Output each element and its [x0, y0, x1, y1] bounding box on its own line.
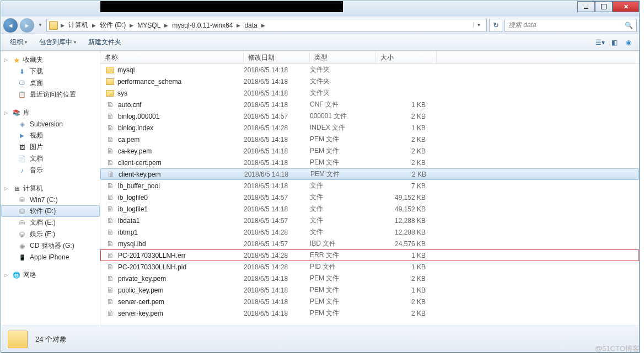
- file-row[interactable]: binlog.index2018/6/5 14:28INDEX 文件1 KB: [100, 122, 639, 134]
- sidebar-item-documents[interactable]: 文档: [1, 153, 100, 164]
- folder-icon: [106, 78, 114, 85]
- sidebar-item-pictures[interactable]: 图片: [1, 141, 100, 153]
- sidebar-head-computer[interactable]: ▷计算机: [1, 183, 100, 194]
- column-size[interactable]: 大小: [376, 51, 437, 63]
- file-row[interactable]: server-cert.pem2018/6/5 14:18PEM 文件2 KB: [100, 296, 639, 307]
- sidebar: ▷收藏夹 下载 桌面 最近访问的位置 ▷库 Subversion 视频 图片 文…: [1, 51, 100, 326]
- breadcrumb-item[interactable]: 计算机: [67, 20, 89, 30]
- maximize-button[interactable]: [595, 1, 613, 12]
- search-icon[interactable]: 🔍: [625, 22, 633, 29]
- file-name-cell: ca-key.pem: [100, 147, 244, 156]
- column-name[interactable]: 名称: [100, 51, 244, 63]
- history-dropdown[interactable]: ▼: [36, 23, 44, 28]
- sidebar-item-music[interactable]: 音乐: [1, 164, 100, 176]
- file-row[interactable]: ibdata12018/6/5 14:57文件12,288 KB: [100, 215, 639, 226]
- file-size: 1 KB: [376, 286, 437, 294]
- preview-pane-button[interactable]: ◧: [608, 37, 620, 48]
- sidebar-item-videos[interactable]: 视频: [1, 130, 100, 141]
- file-name-cell: binlog.index: [100, 124, 244, 132]
- file-row[interactable]: ibtmp12018/6/5 14:28文件12,288 KB: [100, 226, 639, 238]
- file-row[interactable]: ib_logfile12018/6/5 14:18文件49,152 KB: [100, 203, 639, 215]
- sidebar-favorites: ▷收藏夹 下载 桌面 最近访问的位置: [1, 54, 100, 100]
- file-name-cell: ca.pem: [100, 135, 244, 144]
- file-name: PC-20170330LLNH.pid: [118, 263, 186, 271]
- sidebar-item-iphone[interactable]: Apple iPhone: [1, 252, 100, 263]
- file-name-cell: binlog.000001: [100, 112, 244, 121]
- breadcrumb-item[interactable]: mysql-8.0.11-winx64: [171, 22, 234, 29]
- file-row[interactable]: auto.cnf2018/6/5 14:18CNF 文件1 KB: [100, 99, 639, 110]
- sidebar-head-libraries[interactable]: ▷库: [1, 107, 100, 119]
- sidebar-item-desktop[interactable]: 桌面: [1, 77, 100, 89]
- column-type[interactable]: 类型: [310, 51, 376, 63]
- file-row[interactable]: ca.pem2018/6/5 14:18PEM 文件2 KB: [100, 134, 639, 145]
- picture-icon: [18, 143, 26, 152]
- drive-icon: [18, 219, 26, 227]
- chevron-right-icon: ▶: [237, 23, 240, 28]
- chevron-right-icon: ▶: [130, 23, 133, 28]
- body: ▷收藏夹 下载 桌面 最近访问的位置 ▷库 Subversion 视频 图片 文…: [1, 51, 639, 326]
- forward-button[interactable]: ►: [20, 18, 34, 33]
- help-button[interactable]: ◉: [622, 37, 635, 48]
- file-size: 2 KB: [376, 310, 437, 317]
- breadcrumb-item[interactable]: MYSQL: [136, 22, 162, 29]
- breadcrumb-item[interactable]: 软件 (D:): [99, 20, 127, 30]
- minimize-button[interactable]: [577, 1, 595, 12]
- chevron-right-icon: ▶: [164, 23, 168, 28]
- file-name: mysql.ibd: [118, 240, 146, 248]
- file-row[interactable]: sys2018/6/5 14:18文件夹: [100, 87, 639, 99]
- file-row[interactable]: ib_logfile02018/6/5 14:57文件49,152 KB: [100, 192, 639, 203]
- view-options-button[interactable]: ☰▾: [594, 37, 606, 48]
- sidebar-item-downloads[interactable]: 下载: [1, 66, 100, 77]
- file-row[interactable]: mysql.ibd2018/6/5 14:57IBD 文件24,576 KB: [100, 238, 639, 249]
- file-size: 2 KB: [376, 113, 437, 120]
- sidebar-head-network[interactable]: ▷网络: [1, 269, 100, 281]
- file-type: 文件: [310, 181, 376, 190]
- sidebar-head-favorites[interactable]: ▷收藏夹: [1, 54, 100, 66]
- file-size: 12,288 KB: [376, 229, 437, 236]
- search-input[interactable]: 搜索 data 🔍: [505, 19, 637, 32]
- file-row[interactable]: PC-20170330LLNH.pid2018/6/5 14:28PID 文件1…: [100, 261, 639, 273]
- file-row[interactable]: private_key.pem2018/6/5 14:18PEM 文件2 KB: [100, 273, 639, 284]
- sidebar-item-drive-f[interactable]: 娱乐 (F:): [1, 229, 100, 240]
- file-row[interactable]: PC-20170330LLNH.err2018/6/5 14:28ERR 文件1…: [100, 249, 639, 261]
- file-row[interactable]: performance_schema2018/6/5 14:18文件夹: [100, 76, 639, 87]
- file-name-cell: performance_schema: [100, 78, 244, 86]
- file-row[interactable]: server-key.pem2018/6/5 14:18PEM 文件2 KB: [100, 307, 639, 319]
- breadcrumb[interactable]: ▶ 计算机 ▶ 软件 (D:) ▶ MYSQL ▶ mysql-8.0.11-w…: [46, 19, 487, 32]
- sidebar-item-cd-drive[interactable]: CD 驱动器 (G:): [1, 240, 100, 252]
- cd-icon: [18, 242, 26, 251]
- file-date: 2018/6/5 14:18: [244, 101, 310, 109]
- file-icon: [106, 205, 115, 214]
- sidebar-item-drive-d[interactable]: 软件 (D:): [1, 205, 100, 217]
- file-type: 000001 文件: [310, 111, 376, 121]
- file-row[interactable]: ib_buffer_pool2018/6/5 14:18文件7 KB: [100, 180, 639, 192]
- organize-button[interactable]: 组织: [6, 36, 31, 49]
- file-row[interactable]: binlog.0000012018/6/5 14:57000001 文件2 KB: [100, 110, 639, 122]
- sidebar-item-recent[interactable]: 最近访问的位置: [1, 89, 100, 100]
- file-name: ib_buffer_pool: [118, 182, 160, 190]
- file-name-cell: sys: [100, 89, 244, 97]
- network-icon: [12, 271, 21, 280]
- file-row[interactable]: ca-key.pem2018/6/5 14:18PEM 文件2 KB: [100, 145, 639, 157]
- file-name: ca-key.pem: [118, 147, 152, 155]
- sidebar-item-drive-e[interactable]: 文档 (E:): [1, 217, 100, 229]
- file-row[interactable]: client-key.pem2018/6/5 14:18PEM 文件2 KB: [100, 168, 639, 180]
- include-in-library-button[interactable]: 包含到库中: [35, 36, 80, 49]
- file-name: ca.pem: [118, 136, 139, 144]
- file-row[interactable]: mysql2018/6/5 14:18文件夹: [100, 64, 639, 76]
- file-row[interactable]: public_key.pem2018/6/5 14:18PEM 文件1 KB: [100, 284, 639, 296]
- back-button[interactable]: ◄: [3, 18, 18, 33]
- file-type: PEM 文件: [310, 158, 376, 167]
- file-name: PC-20170330LLNH.err: [118, 252, 186, 259]
- new-folder-button[interactable]: 新建文件夹: [84, 36, 126, 49]
- breadcrumb-dropdown[interactable]: ▼: [473, 23, 484, 28]
- breadcrumb-item[interactable]: data: [243, 22, 258, 29]
- sidebar-item-drive-c[interactable]: Win7 (C:): [1, 194, 100, 205]
- file-name-cell: ib_logfile0: [100, 193, 244, 202]
- close-button[interactable]: [613, 1, 639, 12]
- file-row[interactable]: client-cert.pem2018/6/5 14:18PEM 文件2 KB: [100, 157, 639, 168]
- refresh-button[interactable]: ↻: [489, 19, 502, 32]
- column-date[interactable]: 修改日期: [244, 51, 310, 63]
- file-date: 2018/6/5 14:18: [244, 286, 310, 294]
- sidebar-item-subversion[interactable]: Subversion: [1, 119, 100, 130]
